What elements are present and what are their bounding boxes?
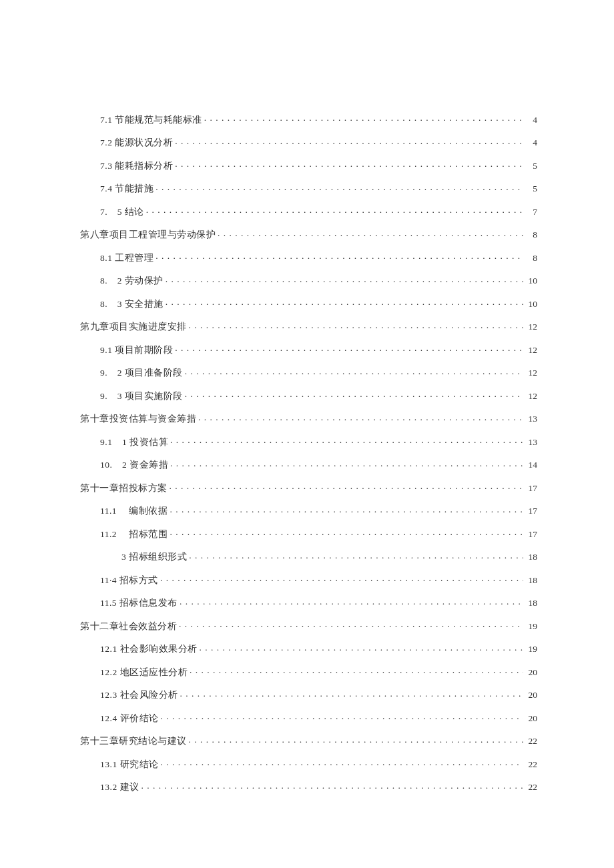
toc-entry-label: 第九章项目实施进度安排 — [80, 322, 187, 332]
toc-entry: 9. 3 项目实施阶段12 — [80, 390, 537, 400]
toc-entry: 12.2 地区适应性分析20 — [80, 666, 537, 677]
toc-entry-label: 第十章投资估算与资金筹措 — [80, 414, 196, 424]
toc-entry: 9.1 1 投资估算13 — [80, 436, 537, 446]
toc-leader-dots — [175, 159, 523, 169]
toc-entry: 7.2 能源状况分析4 — [80, 137, 537, 147]
toc-entry-page: 20 — [525, 691, 537, 700]
toc-leader-dots — [179, 620, 523, 629]
toc-entry-label: 3 招标组织形式 — [121, 552, 187, 562]
toc-leader-dots — [170, 482, 524, 491]
toc-entry: 9.1 项目前期阶段12 — [80, 344, 537, 354]
toc-leader-dots — [180, 597, 523, 606]
toc-entry-label: 9.1 项目前期阶段 — [100, 346, 173, 355]
toc-entry-label: 9.1 1 投资估算 — [100, 438, 168, 447]
toc-entry-page: 13 — [525, 414, 537, 424]
toc-entry: 8. 2 劳动保护10 — [80, 275, 537, 286]
toc-leader-dots — [156, 252, 523, 261]
toc-entry-label: 11.1 编制依据 — [100, 506, 168, 516]
toc-entry-page: 18 — [525, 598, 537, 608]
toc-entry-label: 7. 5 结论 — [100, 207, 144, 217]
toc-leader-dots — [170, 505, 524, 514]
toc-entry-label: 11·4 招标方式 — [100, 576, 158, 585]
toc-entry-page: 4 — [525, 138, 537, 147]
toc-entry-label: 13.1 研究结论 — [100, 760, 159, 769]
toc-leader-dots — [166, 275, 523, 284]
toc-entry: 7.3 能耗指标分析5 — [80, 159, 537, 170]
toc-entry-page: 20 — [525, 714, 537, 723]
toc-leader-dots — [141, 781, 524, 791]
toc-entry-page: 5 — [525, 161, 537, 171]
toc-leader-dots — [160, 574, 523, 583]
toc-entry: 3 招标组织形式18 — [80, 551, 537, 562]
toc-entry-label: 12.3 社会风险分析 — [100, 691, 178, 700]
toc-entry-label: 10. 2 资金筹措 — [100, 460, 168, 470]
toc-entry-page: 12 — [525, 368, 537, 378]
toc-entry: 10. 2 资金筹措14 — [80, 459, 537, 470]
toc-entry-label: 12.1 社会影响效果分析 — [100, 644, 198, 654]
toc-leader-dots — [218, 229, 523, 238]
toc-entry-label: 第十一章招投标方案 — [80, 484, 168, 493]
toc-leader-dots — [166, 298, 523, 307]
toc-entry: 第九章项目实施进度安排 12 — [80, 321, 537, 332]
toc-leader-dots — [175, 344, 523, 353]
toc-leader-dots — [198, 413, 523, 422]
toc-entry-page: 18 — [525, 576, 537, 585]
toc-entry: 8. 3 安全措施10 — [80, 298, 537, 308]
toc-entry-page: 20 — [525, 668, 537, 677]
toc-leader-dots — [161, 758, 524, 767]
toc-entry-label: 7.2 能源状况分析 — [100, 138, 173, 147]
toc-entry-page: 7 — [525, 207, 537, 217]
toc-leader-dots — [170, 528, 524, 537]
toc-entry-page: 10 — [525, 300, 537, 309]
toc-entry: 7.4 节能措施5 — [80, 183, 537, 193]
toc-entry: 第十一章招投标方案 17 — [80, 482, 537, 492]
toc-leader-dots — [170, 459, 523, 468]
toc-entry-page: 4 — [525, 115, 537, 125]
toc-leader-dots — [156, 183, 523, 192]
toc-entry: 13.2 建议22 — [80, 781, 537, 792]
toc-entry-label: 第八章项目工程管理与劳动保护 — [80, 230, 216, 240]
toc-entry-page: 17 — [525, 484, 537, 493]
toc-entry-label: 12.4 评价结论 — [100, 714, 159, 723]
toc-entry-label: 9. 3 项目实施阶段 — [100, 392, 183, 401]
toc-entry-page: 22 — [525, 737, 537, 746]
toc-entry-page: 5 — [525, 184, 537, 193]
toc-entry-label: 13.2 建议 — [100, 783, 139, 792]
toc-entry-label: 7.4 节能措施 — [100, 184, 154, 193]
toc-entry: 第十二章社会效益分析 19 — [80, 620, 537, 630]
toc-entry: 12.3 社会风险分析20 — [80, 689, 537, 700]
toc-leader-dots — [180, 689, 524, 699]
toc-entry: 7.1 节能规范与耗能标准4 — [80, 113, 537, 124]
toc-entry-page: 10 — [525, 276, 537, 286]
toc-leader-dots — [200, 643, 524, 653]
toc-entry-page: 12 — [525, 322, 537, 332]
toc-entry-label: 8. 3 安全措施 — [100, 300, 164, 309]
toc-entry: 11·4 招标方式18 — [80, 574, 537, 584]
toc-entry: 11.5 招标信息发布18 — [80, 597, 537, 608]
toc-leader-dots — [185, 390, 523, 399]
toc-entry-label: 7.1 节能规范与耗能标准 — [100, 115, 202, 125]
toc-entry-page: 8 — [525, 230, 537, 240]
toc-entry-label: 8. 2 劳动保护 — [100, 276, 164, 286]
toc-leader-dots — [190, 666, 523, 675]
toc-entry-page: 17 — [525, 530, 537, 539]
toc-leader-dots — [185, 367, 523, 376]
toc-entry-label: 11.5 招标信息发布 — [100, 598, 178, 608]
toc-entry: 7. 5 结论7 — [80, 205, 537, 216]
toc-entry-page: 8 — [525, 254, 537, 263]
toc-leader-dots — [146, 205, 523, 215]
toc-entry-page: 13 — [525, 438, 537, 447]
toc-entry-page: 19 — [525, 622, 537, 631]
toc-entry-page: 22 — [525, 783, 537, 792]
toc-entry: 8.1 工程管理8 — [80, 252, 537, 262]
toc-entry-label: 7.3 能耗指标分析 — [100, 161, 173, 171]
toc-page: 7.1 节能规范与耗能标准47.2 能源状况分析47.3 能耗指标分析57.4 … — [80, 113, 537, 804]
toc-entry: 第十三章研究结论与建议 22 — [80, 735, 537, 746]
toc-entry-label: 第十二章社会效益分析 — [80, 622, 177, 631]
toc-entry-label: 第十三章研究结论与建议 — [80, 737, 187, 746]
toc-entry: 12.4 评价结论20 — [80, 712, 537, 723]
toc-entry: 11.2 招标范围17 — [80, 528, 537, 538]
toc-entry-label: 8.1 工程管理 — [100, 254, 154, 263]
toc-entry: 第八章项目工程管理与劳动保护 8 — [80, 229, 537, 240]
toc-leader-dots — [175, 137, 523, 146]
